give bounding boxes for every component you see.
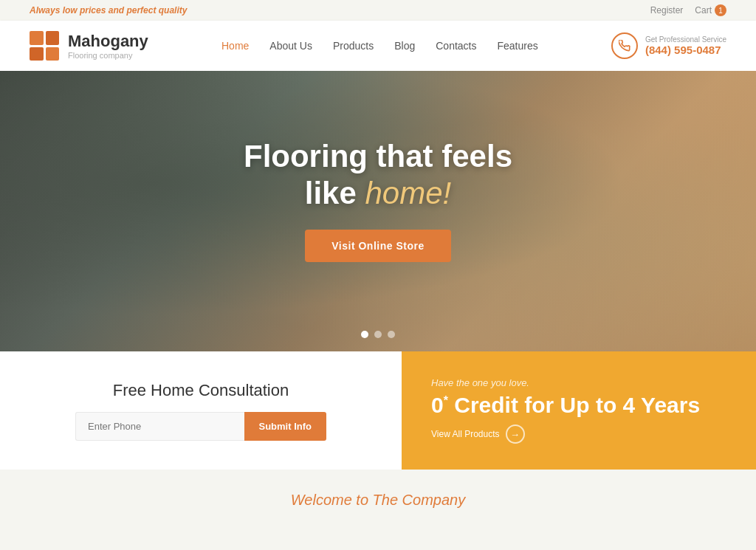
credit-section: Have the one you love. 0* Credit for Up … bbox=[402, 351, 756, 470]
logo-tile-1 bbox=[30, 31, 44, 45]
view-products-link[interactable]: View All Products → bbox=[431, 424, 726, 444]
hero-content: Flooring that feels like home! Visit Onl… bbox=[0, 71, 756, 351]
nav-contacts[interactable]: Contacts bbox=[436, 40, 476, 52]
logo-tile-3 bbox=[30, 47, 44, 61]
hero-dot-2[interactable] bbox=[374, 331, 382, 338]
cart-icon-wrap[interactable]: Cart 1 bbox=[695, 4, 726, 16]
view-arrow-icon: → bbox=[506, 424, 525, 444]
logo-tile-2 bbox=[46, 31, 60, 45]
top-bar-right: Register Cart 1 bbox=[650, 4, 726, 16]
cart-badge: 1 bbox=[715, 4, 726, 16]
cart-label: Cart bbox=[695, 5, 712, 16]
nav-home[interactable]: Home bbox=[221, 40, 249, 52]
logo-text: Mahogany Flooring company bbox=[68, 32, 148, 60]
top-bar: Always low prices and perfect quality Re… bbox=[0, 0, 756, 21]
logo-sub: Flooring company bbox=[68, 51, 148, 60]
hero-section: Flooring that feels like home! Visit Onl… bbox=[0, 71, 756, 351]
nav-about[interactable]: About Us bbox=[269, 40, 312, 52]
tagline-rest: low prices and perfect quality bbox=[60, 5, 187, 16]
credit-title-prefix: 0 bbox=[431, 393, 444, 417]
phone-icon bbox=[611, 32, 638, 59]
welcome-section: Welcome to The Company bbox=[0, 470, 756, 523]
credit-tagline: Have the one you love. bbox=[431, 377, 726, 388]
site-header: Mahogany Flooring company Home About Us … bbox=[0, 21, 756, 71]
consultation-section: Free Home Consultation Submit Info bbox=[0, 351, 402, 470]
phone-number: (844) 595-0487 bbox=[645, 44, 726, 56]
nav-products[interactable]: Products bbox=[333, 40, 374, 52]
hero-title-line2-italic: home! bbox=[365, 176, 451, 210]
welcome-title: Welcome to The Company bbox=[30, 492, 726, 509]
view-products-label: View All Products bbox=[431, 429, 500, 439]
main-nav: Home About Us Products Blog Contacts Fea… bbox=[221, 40, 538, 52]
hero-title-line1: Flooring that feels bbox=[244, 139, 512, 173]
consultation-form: Submit Info bbox=[75, 412, 326, 441]
nav-blog[interactable]: Blog bbox=[394, 40, 415, 52]
phone-label: Get Professional Service bbox=[645, 35, 726, 44]
nav-features[interactable]: Features bbox=[497, 40, 537, 52]
consultation-title: Free Home Consultation bbox=[113, 381, 289, 400]
phone-input[interactable] bbox=[75, 412, 244, 441]
credit-title-suffix: Credit for Up to 4 Years bbox=[448, 393, 700, 417]
hero-title: Flooring that feels like home! bbox=[244, 138, 512, 213]
submit-button[interactable]: Submit Info bbox=[244, 412, 327, 441]
credit-title: 0* Credit for Up to 4 Years bbox=[431, 393, 726, 417]
hero-dots bbox=[361, 331, 395, 338]
hero-cta-button[interactable]: Visit Online Store bbox=[305, 230, 450, 262]
phone-info: Get Professional Service (844) 595-0487 bbox=[645, 35, 726, 56]
tagline-emphasis: Always bbox=[30, 5, 60, 16]
logo-name: Mahogany bbox=[68, 32, 148, 51]
header-phone: Get Professional Service (844) 595-0487 bbox=[611, 32, 726, 59]
logo[interactable]: Mahogany Flooring company bbox=[30, 31, 148, 61]
logo-icon bbox=[30, 31, 59, 61]
hero-dot-1[interactable] bbox=[361, 331, 368, 338]
logo-tile-4 bbox=[46, 47, 60, 61]
hero-title-line2-normal: like bbox=[305, 176, 365, 210]
hero-dot-3[interactable] bbox=[388, 331, 395, 338]
tagline: Always low prices and perfect quality bbox=[30, 5, 187, 16]
below-hero: Free Home Consultation Submit Info Have … bbox=[0, 351, 756, 470]
register-link[interactable]: Register bbox=[650, 5, 684, 16]
